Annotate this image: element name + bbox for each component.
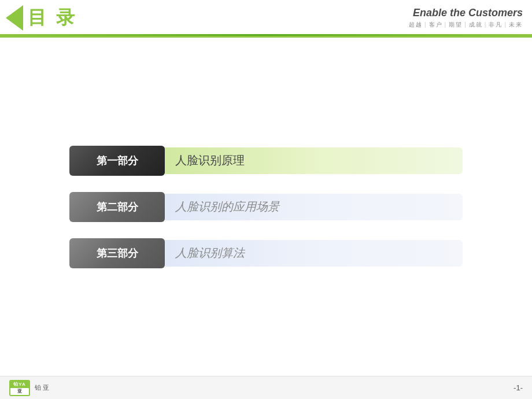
- menu-item-section3[interactable]: 第三部分 人脸识别算法: [69, 235, 463, 271]
- footer-logo: 铂YA 亚 铂 亚: [9, 380, 49, 396]
- logo-bottom: 亚: [10, 388, 29, 395]
- main-content: 第一部分 人脸识别原理 第二部分 人脸识别的应用场景 第三部分 人脸识别算法: [0, 38, 532, 376]
- menu-content-text-section3: 人脸识别算法: [175, 245, 245, 261]
- menu-content-section3: 人脸识别算法: [161, 240, 463, 267]
- footer: 铂YA 亚 铂 亚 -1-: [0, 376, 532, 399]
- menu-label-text-section2: 第二部分: [97, 200, 138, 214]
- logo-top: 铂YA: [10, 381, 29, 388]
- menu-item-section1[interactable]: 第一部分 人脸识别原理: [69, 143, 463, 179]
- chevron-icon: [6, 5, 23, 31]
- header: 目 录 Enable the Customers 超越 | 客户 | 期望 | …: [0, 0, 532, 38]
- menu-label-section3: 第三部分: [69, 238, 165, 268]
- page-title: 目 录: [28, 5, 77, 31]
- footer-page-number: -1-: [513, 383, 523, 392]
- brand-tagline: Enable the Customers: [409, 7, 523, 20]
- logo-box: 铂YA 亚: [9, 380, 30, 396]
- logo-top-text: 铂YA: [13, 381, 25, 387]
- header-accent-line: [0, 34, 532, 36]
- menu-content-section2: 人脸识别的应用场景: [161, 194, 463, 220]
- menu-content-text-section2: 人脸识别的应用场景: [175, 199, 279, 215]
- header-left: 目 录: [6, 5, 77, 31]
- logo-bottom-text: 亚: [17, 388, 23, 394]
- menu-item-section2[interactable]: 第二部分 人脸识别的应用场景: [69, 189, 463, 225]
- header-right: Enable the Customers 超越 | 客户 | 期望 | 成就 |…: [409, 7, 523, 29]
- menu-label-text-section3: 第三部分: [97, 246, 138, 260]
- brand-subtitle: 超越 | 客户 | 期望 | 成就 | 非凡 | 未来: [409, 21, 523, 29]
- brand-tagline-text: Enable the Customers: [413, 7, 523, 19]
- menu-content-text-section1: 人脸识别原理: [175, 153, 245, 168]
- menu-label-text-section1: 第一部分: [97, 154, 138, 168]
- footer-company-text: 铂 亚: [35, 383, 49, 392]
- menu-label-section2: 第二部分: [69, 192, 165, 222]
- menu-label-section1: 第一部分: [69, 146, 165, 176]
- menu-content-section1: 人脸识别原理: [161, 147, 463, 174]
